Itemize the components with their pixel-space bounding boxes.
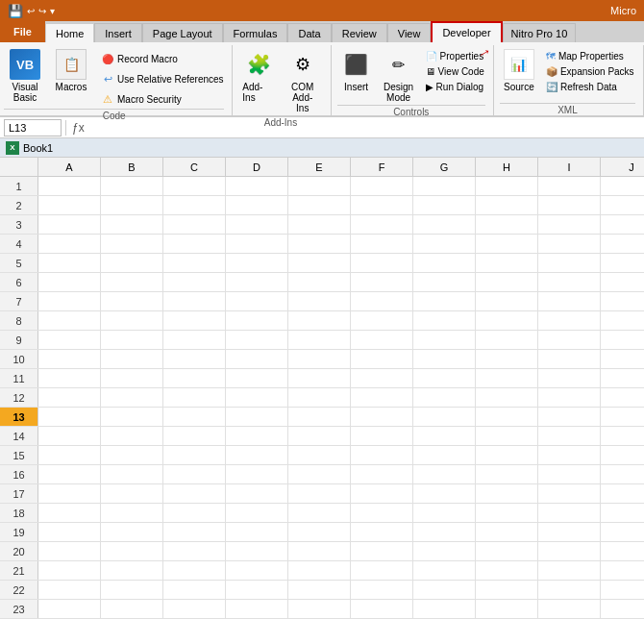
cell-B20[interactable]: [101, 542, 163, 560]
cell-J15[interactable]: [601, 446, 644, 464]
cell-I20[interactable]: [538, 542, 601, 560]
cell-F7[interactable]: [351, 292, 413, 310]
cell-C1[interactable]: [163, 177, 226, 195]
cell-A3[interactable]: [38, 215, 101, 234]
row-number-23[interactable]: 23: [0, 600, 38, 618]
cell-G10[interactable]: [413, 350, 476, 368]
expansion-packs-button[interactable]: 📦 Expansion Packs: [542, 64, 638, 79]
cell-A10[interactable]: [38, 350, 101, 368]
cell-J14[interactable]: [601, 427, 644, 445]
map-properties-button[interactable]: 🗺 Map Properties: [542, 49, 638, 63]
cell-J8[interactable]: [601, 311, 644, 330]
row-number-15[interactable]: 15: [0, 446, 38, 464]
cell-F16[interactable]: [351, 465, 413, 483]
tab-insert[interactable]: Insert: [94, 23, 142, 42]
tab-data[interactable]: Data: [287, 23, 331, 42]
cell-E18[interactable]: [288, 504, 351, 522]
row-number-16[interactable]: 16: [0, 465, 38, 483]
cell-I1[interactable]: [538, 177, 601, 195]
cell-J10[interactable]: [601, 350, 644, 368]
tab-review[interactable]: Review: [332, 23, 387, 42]
row-number-12[interactable]: 12: [0, 388, 38, 407]
refresh-data-button[interactable]: 🔄 Refresh Data: [542, 80, 638, 94]
cell-C23[interactable]: [163, 600, 226, 618]
cell-E1[interactable]: [288, 177, 351, 195]
cell-C15[interactable]: [163, 446, 226, 464]
cell-H6[interactable]: [476, 273, 538, 291]
cell-H16[interactable]: [476, 465, 538, 483]
cell-J12[interactable]: [601, 388, 644, 407]
tab-formulas[interactable]: Formulas: [223, 23, 288, 42]
cell-A22[interactable]: [38, 581, 101, 599]
row-number-19[interactable]: 19: [0, 523, 38, 541]
formula-input[interactable]: [90, 119, 640, 136]
cell-B23[interactable]: [101, 600, 163, 618]
cell-E21[interactable]: [288, 561, 351, 580]
cell-J5[interactable]: [601, 254, 644, 272]
cell-H8[interactable]: [476, 311, 538, 330]
row-number-5[interactable]: 5: [0, 254, 38, 272]
cell-D4[interactable]: [226, 235, 288, 253]
cell-J2[interactable]: [601, 196, 644, 214]
cell-A18[interactable]: [38, 504, 101, 522]
cell-A16[interactable]: [38, 465, 101, 483]
cell-F19[interactable]: [351, 523, 413, 541]
cell-I22[interactable]: [538, 581, 601, 599]
cell-C7[interactable]: [163, 292, 226, 310]
record-macro-button[interactable]: 🔴 Record Macro: [96, 49, 229, 68]
cell-A11[interactable]: [38, 369, 101, 387]
row-number-18[interactable]: 18: [0, 504, 38, 522]
cell-J4[interactable]: [601, 235, 644, 253]
run-dialog-button[interactable]: ▶ Run Dialog: [422, 80, 488, 94]
cell-E11[interactable]: [288, 369, 351, 387]
cell-A6[interactable]: [38, 273, 101, 291]
cell-F6[interactable]: [351, 273, 413, 291]
cell-H19[interactable]: [476, 523, 538, 541]
row-number-1[interactable]: 1: [0, 177, 38, 195]
cell-I3[interactable]: [538, 215, 601, 234]
row-number-10[interactable]: 10: [0, 350, 38, 368]
cell-F9[interactable]: [351, 331, 413, 349]
cell-E10[interactable]: [288, 350, 351, 368]
cell-F4[interactable]: [351, 235, 413, 253]
tab-developer[interactable]: Developer: [431, 21, 502, 42]
cell-F12[interactable]: [351, 388, 413, 407]
cell-J20[interactable]: [601, 542, 644, 560]
cell-B12[interactable]: [101, 388, 163, 407]
cell-H21[interactable]: [476, 561, 538, 580]
cell-D10[interactable]: [226, 350, 288, 368]
cell-H4[interactable]: [476, 235, 538, 253]
cell-I10[interactable]: [538, 350, 601, 368]
cell-J19[interactable]: [601, 523, 644, 541]
cell-G15[interactable]: [413, 446, 476, 464]
cell-F11[interactable]: [351, 369, 413, 387]
row-number-7[interactable]: 7: [0, 292, 38, 310]
row-number-14[interactable]: 14: [0, 427, 38, 445]
cell-A5[interactable]: [38, 254, 101, 272]
cell-C20[interactable]: [163, 542, 226, 560]
cell-D23[interactable]: [226, 600, 288, 618]
cell-C14[interactable]: [163, 427, 226, 445]
row-number-4[interactable]: 4: [0, 235, 38, 253]
cell-H20[interactable]: [476, 542, 538, 560]
cell-B8[interactable]: [101, 311, 163, 330]
cell-G6[interactable]: [413, 273, 476, 291]
cell-D2[interactable]: [226, 196, 288, 214]
addins-button[interactable]: 🧩 Add-Ins: [238, 47, 279, 105]
cell-D7[interactable]: [226, 292, 288, 310]
cell-C11[interactable]: [163, 369, 226, 387]
cell-B4[interactable]: [101, 235, 163, 253]
cell-B16[interactable]: [101, 465, 163, 483]
cell-B13[interactable]: [101, 408, 163, 426]
cell-J1[interactable]: [601, 177, 644, 195]
cell-G18[interactable]: [413, 504, 476, 522]
cell-G20[interactable]: [413, 542, 476, 560]
cell-B3[interactable]: [101, 215, 163, 234]
cell-G9[interactable]: [413, 331, 476, 349]
cell-E19[interactable]: [288, 523, 351, 541]
cell-F10[interactable]: [351, 350, 413, 368]
cell-H14[interactable]: [476, 427, 538, 445]
cell-C9[interactable]: [163, 331, 226, 349]
cell-I15[interactable]: [538, 446, 601, 464]
row-number-21[interactable]: 21: [0, 561, 38, 580]
